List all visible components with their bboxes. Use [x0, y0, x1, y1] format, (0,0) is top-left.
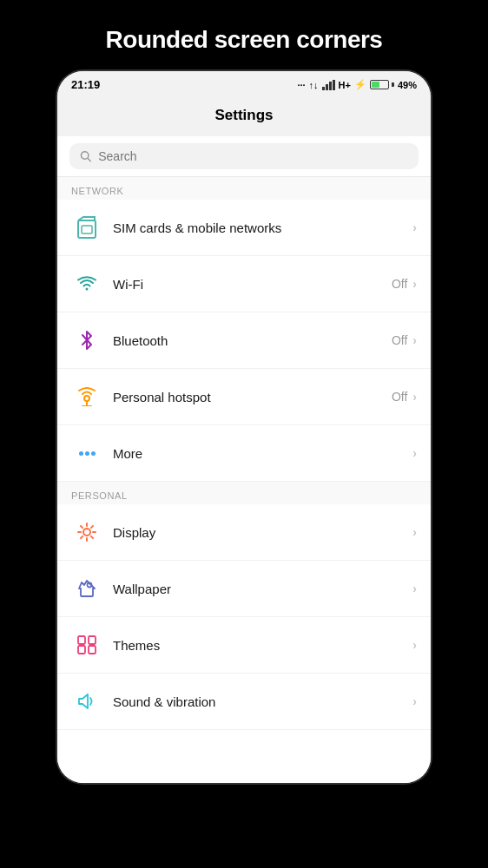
- wallpaper-item[interactable]: Wallpaper ›: [57, 561, 431, 617]
- signal-bars-icon: [322, 80, 335, 90]
- status-icons: ··· ↑↓ H+ ⚡ 49%: [297, 79, 417, 90]
- hotspot-chevron: ›: [412, 390, 417, 404]
- themes-chevron: ›: [412, 638, 417, 652]
- settings-list: NETWORK SIM cards & mobile networks ›: [57, 177, 431, 783]
- network-section-label: NETWORK: [57, 177, 431, 200]
- battery-pct: 49%: [398, 80, 417, 90]
- network-section: NETWORK SIM cards & mobile networks ›: [57, 177, 431, 482]
- wifi-chevron: ›: [412, 277, 417, 291]
- display-label: Display: [113, 525, 155, 540]
- battery-icon: [370, 80, 394, 89]
- bluetooth-icon: [71, 325, 102, 356]
- svg-rect-20: [89, 636, 96, 644]
- sim-cards-chevron: ›: [412, 220, 417, 234]
- sound-label: Sound & vibration: [113, 694, 215, 709]
- display-chevron: ›: [412, 525, 417, 539]
- wifi-label: Wi-Fi: [113, 277, 143, 292]
- search-input[interactable]: [98, 149, 408, 163]
- more-chevron: ›: [412, 446, 417, 460]
- bluetooth-label: Bluetooth: [113, 333, 168, 348]
- svg-rect-18: [89, 646, 96, 654]
- svg-rect-19: [78, 636, 85, 644]
- more-content: More ›: [113, 446, 417, 461]
- signal-lte-icon: ↑↓: [309, 80, 319, 90]
- themes-content: Themes ›: [113, 638, 417, 653]
- status-time: 21:19: [71, 78, 100, 91]
- svg-rect-2: [78, 220, 96, 238]
- personal-section: PERSONAL: [57, 482, 431, 730]
- sim-cards-item[interactable]: SIM cards & mobile networks ›: [57, 200, 431, 256]
- more-item[interactable]: More ›: [57, 425, 431, 482]
- wifi-right: Off ›: [392, 277, 417, 291]
- display-item[interactable]: Display ›: [57, 504, 431, 561]
- search-wrapper[interactable]: [69, 143, 419, 169]
- charging-icon: ⚡: [354, 79, 366, 90]
- display-right: ›: [412, 525, 417, 539]
- svg-point-16: [88, 583, 92, 588]
- themes-icon: [71, 629, 102, 661]
- hotspot-right: Off ›: [392, 390, 417, 404]
- sim-cards-content: SIM cards & mobile networks ›: [113, 220, 417, 235]
- page-header: Rounded screen corners: [0, 0, 488, 71]
- hotspot-value: Off: [392, 390, 407, 404]
- themes-label: Themes: [113, 638, 160, 653]
- wifi-content: Wi-Fi Off ›: [113, 277, 417, 292]
- sound-icon: [71, 686, 102, 717]
- sound-content: Sound & vibration ›: [113, 694, 417, 709]
- wallpaper-right: ›: [412, 582, 417, 595]
- phone-frame: 21:19 ··· ↑↓ H+ ⚡ 49% Settings: [57, 71, 431, 783]
- svg-point-7: [83, 529, 90, 536]
- wallpaper-content: Wallpaper ›: [113, 582, 417, 596]
- svg-rect-3: [82, 226, 92, 233]
- sound-right: ›: [412, 694, 417, 708]
- svg-line-13: [91, 536, 93, 538]
- sim-cards-right: ›: [412, 220, 417, 234]
- hotspot-content: Personal hotspot Off ›: [113, 390, 417, 404]
- wallpaper-icon: [71, 573, 102, 604]
- sim-cards-label: SIM cards & mobile networks: [113, 220, 281, 235]
- svg-line-15: [91, 526, 93, 528]
- network-type-icon: H+: [339, 80, 351, 90]
- hotspot-icon: [71, 381, 102, 412]
- display-icon: [71, 516, 102, 548]
- bluetooth-value: Off: [392, 333, 407, 347]
- wallpaper-chevron: ›: [412, 582, 417, 595]
- personal-section-label: PERSONAL: [57, 482, 431, 504]
- themes-right: ›: [412, 638, 417, 652]
- search-icon: [80, 150, 91, 162]
- settings-header: Settings: [57, 98, 431, 136]
- bluetooth-content: Bluetooth Off ›: [113, 333, 417, 348]
- sim-icon: [71, 212, 102, 243]
- sound-item[interactable]: Sound & vibration ›: [57, 674, 431, 730]
- page-title: Rounded screen corners: [35, 26, 453, 54]
- bluetooth-item[interactable]: Bluetooth Off ›: [57, 312, 431, 369]
- svg-line-1: [88, 158, 90, 161]
- status-bar: 21:19 ··· ↑↓ H+ ⚡ 49%: [57, 71, 431, 98]
- display-content: Display ›: [113, 525, 417, 540]
- hotspot-item[interactable]: Personal hotspot Off ›: [57, 369, 431, 425]
- wifi-value: Off: [392, 277, 407, 291]
- search-bar: [57, 136, 431, 177]
- wallpaper-label: Wallpaper: [113, 582, 171, 596]
- more-right: ›: [412, 446, 417, 460]
- sound-chevron: ›: [412, 694, 417, 708]
- more-icon: [71, 437, 102, 469]
- svg-line-12: [81, 526, 82, 528]
- more-label: More: [113, 446, 142, 461]
- themes-item[interactable]: Themes ›: [57, 617, 431, 674]
- bluetooth-chevron: ›: [412, 333, 417, 347]
- dots-icon: ···: [297, 80, 305, 90]
- svg-line-14: [81, 536, 82, 538]
- wifi-icon: [71, 268, 102, 299]
- wifi-item[interactable]: Wi-Fi Off ›: [57, 256, 431, 312]
- bluetooth-right: Off ›: [392, 333, 417, 347]
- svg-rect-17: [78, 646, 85, 654]
- hotspot-label: Personal hotspot: [113, 390, 211, 404]
